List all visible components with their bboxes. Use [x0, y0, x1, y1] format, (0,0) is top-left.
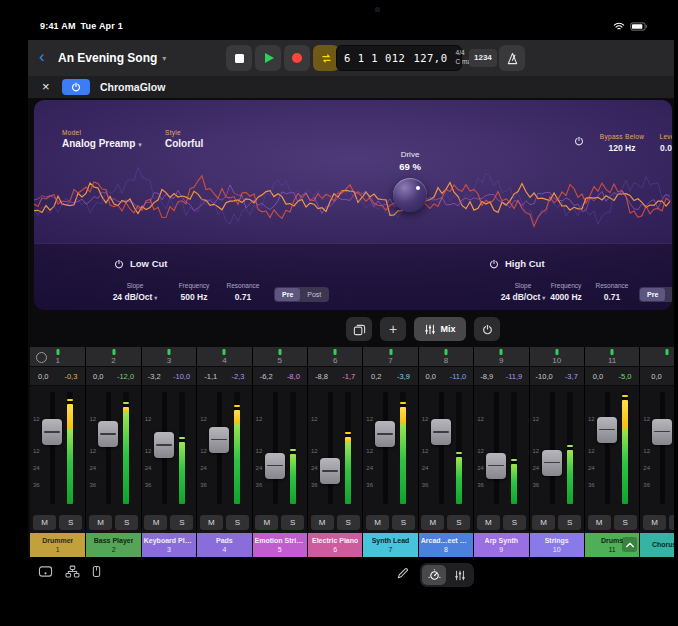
fader-handle[interactable]	[209, 427, 229, 453]
bypass-power-icon[interactable]	[574, 136, 584, 146]
track-name-plate[interactable]: Bass Player 2	[86, 533, 140, 557]
song-title-button[interactable]: An Evening Song ▾	[58, 51, 166, 65]
track-name-plate[interactable]: Strings 10	[530, 533, 584, 557]
solo-button[interactable]: S	[392, 515, 415, 530]
mute-button[interactable]: M	[311, 515, 334, 530]
metronome-button[interactable]	[499, 45, 525, 71]
edit-pencil-icon[interactable]	[396, 567, 409, 580]
stop-button[interactable]	[226, 45, 252, 71]
record-enable-indicator[interactable]	[666, 349, 669, 355]
level-value[interactable]: 0.0	[645, 143, 672, 153]
high-cut-power-icon[interactable]	[489, 259, 499, 269]
lcd-display[interactable]: 6 1 1 012 127,0 4/4 C maj	[336, 45, 462, 71]
record-enable-indicator[interactable]	[278, 349, 281, 355]
record-enable-indicator[interactable]	[555, 349, 558, 355]
mute-button[interactable]: M	[366, 515, 389, 530]
style-selector[interactable]: Style Colorful	[165, 129, 203, 149]
bypass-below-value[interactable]: 120 Hz	[591, 143, 653, 153]
solo-button[interactable]: S	[337, 515, 360, 530]
model-selector[interactable]: Model Analog Preamp▾	[62, 129, 142, 149]
track-name-plate[interactable]: Electric Piano 6	[308, 533, 362, 557]
record-enable-indicator[interactable]	[444, 349, 447, 355]
fader-handle[interactable]	[375, 421, 395, 447]
mute-button[interactable]: M	[421, 515, 444, 530]
song-title: An Evening Song	[58, 51, 157, 65]
track-name-plate[interactable]: Emotion Strings 5	[253, 533, 307, 557]
track-name-plate[interactable]: Drummer 1	[30, 533, 85, 557]
track-name-plate[interactable]: Arcad…eet Pad 8	[419, 533, 473, 557]
solo-button[interactable]: S	[59, 515, 82, 530]
record-enable-indicator[interactable]	[389, 349, 392, 355]
fader-handle[interactable]	[597, 417, 617, 443]
track-name-plate[interactable]: Chorus V	[640, 533, 674, 557]
record-enable-indicator[interactable]	[167, 349, 170, 355]
stack-collapse-button[interactable]	[622, 537, 637, 552]
fader-handle[interactable]	[486, 453, 506, 479]
duplicate-button[interactable]	[346, 317, 372, 341]
post-button[interactable]: Post	[665, 288, 672, 301]
mute-button[interactable]: M	[643, 515, 666, 530]
mute-button[interactable]: M	[33, 515, 56, 530]
mixer-power-button[interactable]	[474, 317, 500, 341]
fader-handle[interactable]	[542, 450, 562, 476]
count-in-button[interactable]: 1234	[469, 49, 497, 67]
solo-button[interactable]: S	[558, 515, 581, 530]
pre-button[interactable]: Pre	[640, 288, 665, 301]
close-plugin-button[interactable]: ×	[42, 79, 50, 94]
record-button[interactable]	[284, 45, 310, 71]
track-name-plate[interactable]: Synth Lead 7	[363, 533, 417, 557]
solo-button[interactable]: S	[669, 515, 674, 530]
routing-icon[interactable]	[65, 565, 80, 578]
fader-handle[interactable]	[652, 419, 672, 445]
record-enable-indicator[interactable]	[611, 349, 614, 355]
track-name-plate[interactable]: Arp Synth 9	[474, 533, 528, 557]
fader-handle[interactable]	[320, 458, 340, 484]
solo-button[interactable]: S	[115, 515, 138, 530]
record-enable-indicator[interactable]	[223, 349, 226, 355]
low-cut-power-icon[interactable]	[114, 259, 124, 269]
midi-device-icon[interactable]	[92, 565, 101, 578]
solo-button[interactable]: S	[447, 515, 470, 530]
controls-view-button[interactable]	[422, 565, 446, 585]
solo-button[interactable]: S	[614, 515, 637, 530]
mute-button[interactable]: M	[89, 515, 112, 530]
mute-button[interactable]: M	[588, 515, 611, 530]
low-cut-slope[interactable]: Slope 24 dB/Oct▾	[105, 282, 165, 302]
solo-button[interactable]: S	[226, 515, 249, 530]
record-enable-indicator[interactable]	[334, 349, 337, 355]
fader-handle[interactable]	[42, 419, 62, 445]
mute-button[interactable]: M	[200, 515, 223, 530]
mixer-view-button[interactable]	[448, 565, 472, 585]
strip-db-values: 0,0 -0,3	[30, 367, 85, 386]
post-button[interactable]: Post	[300, 288, 328, 301]
fader-handle[interactable]	[98, 421, 118, 447]
fader-handle[interactable]	[154, 432, 174, 458]
fader-handle[interactable]	[431, 419, 451, 445]
browser-icon[interactable]	[38, 565, 53, 578]
record-enable-indicator[interactable]	[500, 349, 503, 355]
drive-knob[interactable]	[393, 178, 427, 212]
solo-button[interactable]: S	[503, 515, 526, 530]
track-name-plate[interactable]: Drums 11	[585, 533, 639, 557]
mix-view-button[interactable]: Mix	[414, 317, 466, 341]
mute-button[interactable]: M	[144, 515, 167, 530]
mute-button[interactable]: M	[477, 515, 500, 530]
track-name-plate[interactable]: Keyboard Player 3	[142, 533, 196, 557]
play-button[interactable]	[255, 45, 281, 71]
mute-button[interactable]: M	[255, 515, 278, 530]
pre-button[interactable]: Pre	[275, 288, 300, 301]
high-cut-resonance[interactable]: Resonance 0.71	[582, 282, 642, 302]
record-enable-indicator[interactable]	[56, 349, 59, 355]
record-enable-indicator[interactable]	[112, 349, 115, 355]
solo-button[interactable]: S	[170, 515, 193, 530]
back-chevron-button[interactable]: ‹	[39, 47, 45, 67]
volume-db-value: -8,9	[480, 372, 493, 381]
solo-button[interactable]: S	[281, 515, 304, 530]
master-strip-icon[interactable]	[36, 352, 47, 363]
fader-handle[interactable]	[265, 453, 285, 479]
plugin-power-button[interactable]	[62, 79, 90, 95]
low-cut-resonance[interactable]: Resonance 0.71	[213, 282, 273, 302]
track-name-plate[interactable]: Pads 4	[197, 533, 251, 557]
add-track-button[interactable]: +	[380, 317, 406, 341]
mute-button[interactable]: M	[532, 515, 555, 530]
